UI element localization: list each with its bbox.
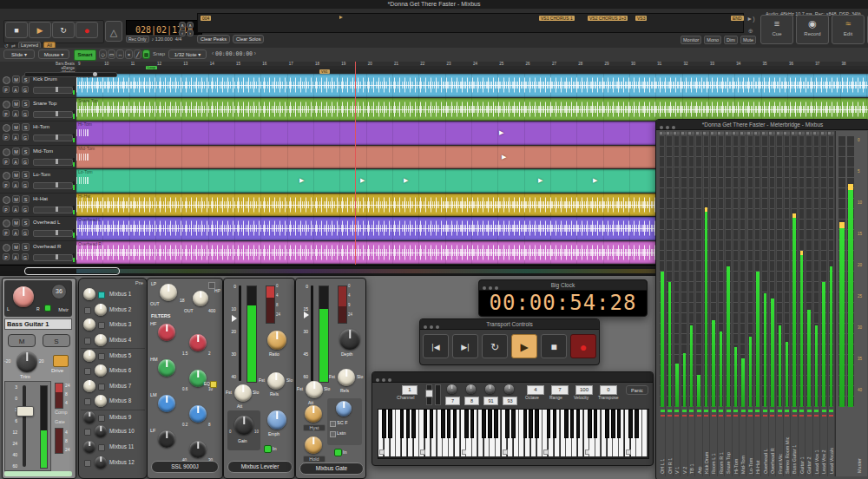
record-arm-button[interactable] xyxy=(3,172,10,180)
track-solo-button[interactable]: S xyxy=(22,148,30,155)
timeline-marker[interactable]: 004 xyxy=(201,16,211,21)
channel-name-label[interactable]: Arp xyxy=(697,420,702,474)
edit-point-select[interactable]: Mouse ▾ xyxy=(38,49,69,59)
track-mute-button[interactable]: M xyxy=(12,195,20,203)
leveler-plugin-name[interactable]: Mixbus Leveler xyxy=(227,461,293,473)
track-solo-button[interactable]: S xyxy=(22,100,30,108)
record-arm-button[interactable] xyxy=(3,220,10,227)
piano-white-key[interactable] xyxy=(642,410,648,456)
track-g-button[interactable]: G xyxy=(22,181,29,188)
track-gain-handle[interactable] xyxy=(56,135,58,140)
record-arm-button[interactable] xyxy=(3,196,10,204)
nudge-clock[interactable]: ‹ 00:00:00:00 › xyxy=(212,50,256,57)
mini-timeline[interactable]: 004VS1 CHORUS 1VS2 CHORUS 2+3VS3END xyxy=(197,13,744,33)
piano-black-key[interactable] xyxy=(406,410,411,438)
grab-tool[interactable]: ◇ xyxy=(99,49,107,59)
channel-name-label[interactable]: V 1 xyxy=(674,420,680,474)
cc-spinner-93[interactable]: 93 xyxy=(503,397,517,405)
transport-window-dots[interactable] xyxy=(424,322,442,330)
track-a-button[interactable]: A xyxy=(12,206,19,213)
monitor-mono-button[interactable]: Mono xyxy=(704,36,721,44)
hyst-knob[interactable] xyxy=(305,405,322,423)
piano-black-key[interactable] xyxy=(611,410,615,438)
channel-button-a[interactable] xyxy=(711,132,713,135)
channel-button-b[interactable] xyxy=(744,132,746,135)
track-solo-button[interactable]: S xyxy=(22,171,30,179)
channel-button-b[interactable] xyxy=(721,132,724,135)
track-gain-handle[interactable] xyxy=(56,230,58,235)
channel-button-a[interactable] xyxy=(799,132,801,135)
track-p-button[interactable]: P xyxy=(3,110,10,117)
nudge-up2-button[interactable]: ∧ xyxy=(187,22,194,29)
record-arm-button[interactable] xyxy=(3,101,10,108)
send-enable-button[interactable] xyxy=(98,384,105,390)
record-arm-button[interactable] xyxy=(3,244,10,252)
pan-knob[interactable] xyxy=(13,286,34,307)
send-level-knob[interactable] xyxy=(95,364,107,377)
piano-black-key[interactable] xyxy=(511,410,516,438)
channel-button-b[interactable] xyxy=(832,132,834,135)
track-name-field[interactable]: Bass Guitar 1 xyxy=(4,318,72,330)
eq-freq-knob[interactable] xyxy=(189,441,207,458)
channel-button-b[interactable] xyxy=(758,132,760,135)
meterbridge-dots[interactable] xyxy=(660,122,678,130)
send-level-knob[interactable] xyxy=(83,350,95,362)
track-g-button[interactable]: G xyxy=(22,134,29,141)
channel-peak-readout[interactable] xyxy=(822,415,826,417)
channel-name-label[interactable]: Overhead R xyxy=(770,420,775,474)
channel-peak-readout[interactable] xyxy=(741,415,746,417)
range-spinner[interactable]: 7 xyxy=(551,385,569,395)
cc-knob-7[interactable] xyxy=(447,384,457,394)
piano-black-key[interactable] xyxy=(547,410,551,438)
channel-peak-readout[interactable] xyxy=(807,415,812,417)
track-gain-handle[interactable] xyxy=(56,182,58,187)
eq-gain-knob[interactable] xyxy=(158,430,175,448)
track-a-button[interactable]: A xyxy=(12,253,19,260)
track-a-button[interactable]: A xyxy=(12,110,19,117)
track-name[interactable]: Snare Top xyxy=(33,101,56,106)
drive-button[interactable] xyxy=(53,355,69,367)
track-a-button[interactable]: A xyxy=(12,229,19,236)
channel-button-a[interactable] xyxy=(696,132,699,135)
channel-name-label[interactable]: Stereo Room Mic xyxy=(785,420,790,474)
gate-plugin-name[interactable]: Mixbus Gate xyxy=(299,463,364,475)
channel-name-label[interactable]: Guitar 2 xyxy=(806,420,812,474)
track-solo-button[interactable]: S xyxy=(22,219,30,226)
channel-button-a[interactable] xyxy=(769,132,772,135)
goto-end-button[interactable]: ▶| xyxy=(452,334,478,358)
slider-handle[interactable] xyxy=(93,72,97,76)
channel-button-b[interactable] xyxy=(766,132,768,135)
velocity-spinner[interactable]: 100 xyxy=(575,385,593,395)
track-gain-handle[interactable] xyxy=(56,159,58,164)
track-gain-slider[interactable] xyxy=(33,207,73,213)
track-mute-button[interactable]: M xyxy=(12,243,20,251)
track-mute-button[interactable]: M xyxy=(12,171,20,179)
track-solo-button[interactable]: S xyxy=(22,123,30,131)
audio-region[interactable]: Snare Top xyxy=(76,98,868,121)
loop-button[interactable]: ↻ xyxy=(482,334,508,358)
record-arm-button[interactable] xyxy=(3,76,10,84)
send-level-knob[interactable] xyxy=(83,441,95,453)
channel-button-b[interactable] xyxy=(802,132,805,135)
channel-button-a[interactable] xyxy=(740,132,743,135)
track-name[interactable]: Hi-Tom xyxy=(33,124,49,129)
channel-peak-readout[interactable] xyxy=(814,415,819,417)
channel-peak-readout[interactable] xyxy=(674,415,679,417)
gate-release-knob[interactable] xyxy=(338,369,355,386)
track-gain-handle[interactable] xyxy=(56,87,58,92)
track-name[interactable]: Mid-Tom xyxy=(33,148,53,154)
send-enable-button[interactable] xyxy=(84,307,91,314)
channel-button-b[interactable] xyxy=(795,132,798,135)
piano-black-key[interactable] xyxy=(564,410,569,438)
piano-black-key[interactable] xyxy=(576,410,581,438)
strip-solo-button[interactable]: S xyxy=(43,334,70,347)
send-enable-button[interactable] xyxy=(84,398,91,405)
lp-filter-knob[interactable] xyxy=(160,284,177,301)
gear-icon[interactable]: ⊕ xyxy=(745,28,757,35)
track-gain-slider[interactable] xyxy=(33,182,73,189)
sc-listen-checkbox[interactable] xyxy=(330,431,336,437)
track-gain-slider[interactable] xyxy=(33,230,73,237)
timesig-display[interactable]: 4/4 xyxy=(175,36,182,42)
send-level-knob[interactable] xyxy=(95,334,107,346)
channel-peak-readout[interactable] xyxy=(763,415,767,417)
